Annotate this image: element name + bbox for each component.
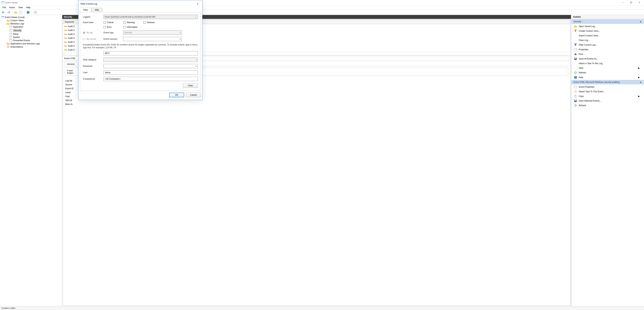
actions-group-security[interactable]: Security ▲ xyxy=(572,20,644,24)
back-button[interactable] xyxy=(2,10,6,15)
minimize-button[interactable]: — xyxy=(619,0,627,5)
logged-dropdown[interactable]: From 3/2/2019 12:00:00 AM to 3/2/2019 12… xyxy=(104,15,198,19)
user-input[interactable] xyxy=(104,70,198,75)
action-refresh[interactable]: Refresh xyxy=(571,70,644,75)
tree-setup[interactable]: Setup xyxy=(1,32,62,36)
tab-general[interactable]: General xyxy=(64,62,77,66)
action-save-all-events[interactable]: Save All Events As... xyxy=(571,57,644,61)
chk-label: Verbose xyxy=(147,21,154,24)
svg-rect-33 xyxy=(66,38,66,39)
copy-icon xyxy=(574,95,577,98)
expander-icon[interactable]: › xyxy=(4,43,6,45)
tree-security[interactable]: Security xyxy=(1,29,62,32)
computers-input[interactable] xyxy=(104,77,198,81)
action-filter-current-log[interactable]: Filter Current Log... xyxy=(571,43,644,47)
tab-filter[interactable]: Filter xyxy=(80,8,92,12)
actions-group-event[interactable]: Event 4798, Microsoft Windows security a… xyxy=(572,80,644,84)
chevron-down-icon: ▾ xyxy=(180,32,180,34)
blank-icon xyxy=(574,62,577,65)
button-label: OK xyxy=(175,94,178,96)
key-icon xyxy=(64,33,67,36)
save-icon xyxy=(574,99,577,102)
action-create-custom-view[interactable]: Create Custom View... xyxy=(571,29,644,33)
svg-rect-53 xyxy=(574,86,577,86)
tree-custom-views[interactable]: › Custom Views xyxy=(1,19,62,22)
radio-by-log[interactable]: By log xyxy=(83,31,104,34)
action-save-selected[interactable]: Save Selected Events... xyxy=(571,98,644,103)
event-ids-input[interactable] xyxy=(104,51,198,55)
action-view[interactable]: View▶ xyxy=(571,66,644,70)
label-task-category: Task category: xyxy=(83,58,104,61)
flyout-icon: ▶ xyxy=(638,67,640,69)
action-attach-task-event[interactable]: Attach Task To This Event... xyxy=(571,89,644,94)
chk-label: Warning xyxy=(127,21,135,24)
action-label: Save Selected Events... xyxy=(579,100,601,102)
maximize-button[interactable] xyxy=(627,0,635,5)
menu-view[interactable]: View xyxy=(18,6,23,9)
run-icon[interactable] xyxy=(33,10,38,15)
event-sources-dropdown[interactable]: ▾ xyxy=(123,37,182,41)
svg-rect-58 xyxy=(575,100,576,101)
tab-xml[interactable]: XML xyxy=(92,8,103,12)
action-event-properties[interactable]: Event Properties xyxy=(571,85,644,89)
row-text: Audit S xyxy=(68,25,75,28)
collapse-icon[interactable]: ▲ xyxy=(640,81,642,83)
log-icon xyxy=(9,29,12,32)
tree-application[interactable]: Application xyxy=(1,25,62,29)
close-button[interactable]: ✕ xyxy=(636,0,643,5)
chk-critical[interactable]: Critical xyxy=(104,21,120,24)
blank-icon xyxy=(574,39,577,42)
clear-button[interactable]: Clear xyxy=(183,83,198,88)
tree-system[interactable]: System xyxy=(1,36,62,39)
action-open-saved-log[interactable]: Open Saved Log... xyxy=(571,24,644,29)
chk-information[interactable]: Information xyxy=(124,26,140,28)
label-event-sources: Event sources: xyxy=(104,38,123,40)
action-refresh2[interactable]: Refresh xyxy=(571,103,644,108)
menu-file[interactable]: File xyxy=(2,6,6,9)
menu-action[interactable]: Action xyxy=(9,6,15,9)
cancel-button[interactable]: Cancel xyxy=(186,93,201,97)
ok-button[interactable]: OK xyxy=(169,93,184,97)
app-title-text: Event Viewer xyxy=(5,2,18,4)
action-clear-log[interactable]: Clear Log... xyxy=(571,38,644,43)
chevron-down-icon: ▾ xyxy=(196,65,196,67)
tree-root[interactable]: Event Viewer (Local) xyxy=(1,16,62,19)
chk-verbose[interactable]: Verbose xyxy=(144,21,160,24)
status-bar: Creates a filter. xyxy=(0,306,644,310)
keywords-dropdown[interactable]: ▾ xyxy=(104,64,198,68)
tree-windows-logs[interactable]: ⌄ Windows Logs xyxy=(1,22,62,25)
app-icon xyxy=(2,1,4,4)
action-help[interactable]: ?Help▶ xyxy=(571,75,644,80)
svg-rect-24 xyxy=(66,26,66,27)
nav-tree[interactable]: Event Viewer (Local) › Custom Views ⌄ Wi… xyxy=(0,15,62,306)
action-label: Copy xyxy=(579,95,584,97)
field-moreinfo: More In xyxy=(65,102,568,106)
action-copy[interactable]: Copy▶ xyxy=(571,94,644,98)
dialog-title: Filter Current Log xyxy=(80,3,97,5)
action-properties[interactable]: Properties xyxy=(571,47,644,52)
chk-error[interactable]: Error xyxy=(104,26,120,28)
svg-rect-21 xyxy=(7,46,9,48)
tree-forwarded[interactable]: Forwarded Events xyxy=(1,39,62,42)
forward-button[interactable] xyxy=(6,10,11,15)
tree-subscriptions[interactable]: Subscriptions xyxy=(1,45,62,49)
tree-label: Forwarded Events xyxy=(13,39,30,42)
chk-warning[interactable]: Warning xyxy=(124,21,140,24)
collapse-icon[interactable]: ▲ xyxy=(640,20,642,23)
action-attach-task-log[interactable]: Attach a Task To this Log... xyxy=(571,61,644,66)
action-find[interactable]: Find... xyxy=(571,52,644,57)
action-import-custom-view[interactable]: Import Custom View... xyxy=(571,33,644,38)
row-text: Audit S xyxy=(68,33,75,36)
properties-icon[interactable] xyxy=(19,10,23,15)
menu-help[interactable]: Help xyxy=(26,6,30,9)
event-id-description: Includes/Excludes Event IDs: Enter ID nu… xyxy=(83,43,198,49)
expander-icon[interactable]: ⌄ xyxy=(4,23,6,25)
help-toolbar-icon[interactable]: ? xyxy=(26,10,30,15)
dialog-close-button[interactable]: ✕ xyxy=(195,2,200,6)
status-text: Creates a filter. xyxy=(2,307,16,309)
expander-icon[interactable]: › xyxy=(4,20,6,22)
open-folder-icon[interactable] xyxy=(14,10,18,15)
row-text: Audit S xyxy=(68,29,75,32)
tree-apps-services[interactable]: › Applications and Services Logs xyxy=(1,42,62,45)
radio-by-source[interactable]: By source xyxy=(83,38,104,40)
